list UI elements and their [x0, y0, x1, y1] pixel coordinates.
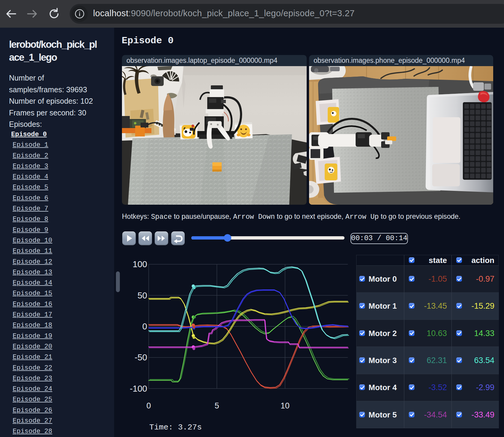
svg-text:0: 0: [146, 401, 151, 410]
svg-text:100: 100: [133, 259, 147, 269]
svg-text:-100: -100: [130, 384, 147, 393]
svg-text:5: 5: [214, 401, 219, 410]
svg-text:-50: -50: [135, 353, 147, 362]
svg-text:Time: 3.27s: Time: 3.27s: [149, 423, 202, 432]
svg-text:10: 10: [281, 401, 290, 410]
svg-text:0: 0: [142, 322, 147, 331]
svg-text:50: 50: [138, 291, 147, 300]
